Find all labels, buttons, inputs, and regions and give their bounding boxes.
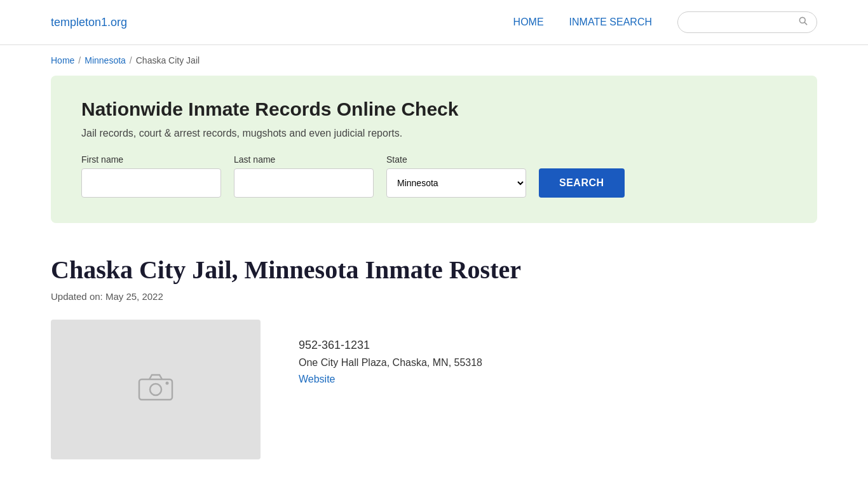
breadcrumb-sep-2: / — [130, 55, 132, 65]
facility-website-link[interactable]: Website — [299, 374, 482, 385]
nav-inmate-search[interactable]: INMATE SEARCH — [569, 17, 652, 28]
breadcrumb-sep-1: / — [78, 55, 81, 65]
svg-line-1 — [804, 22, 807, 25]
breadcrumb-minnesota[interactable]: Minnesota — [85, 55, 126, 65]
facility-image — [51, 320, 261, 459]
last-name-label: Last name — [234, 154, 374, 165]
header-search-input[interactable] — [687, 17, 798, 27]
site-header: templeton1.org HOME INMATE SEARCH — [0, 0, 868, 45]
main-content: Chaska City Jail, Minnesota Inmate Roste… — [0, 242, 868, 472]
first-name-field: First name — [81, 154, 221, 198]
breadcrumb: Home / Minnesota / Chaska City Jail — [0, 45, 868, 76]
last-name-field: Last name — [234, 154, 374, 198]
banner-title: Nationwide Inmate Records Online Check — [81, 98, 787, 120]
facility-phone: 952-361-1231 — [299, 339, 482, 352]
state-field: State Minnesota — [386, 154, 526, 198]
main-nav: HOME INMATE SEARCH — [513, 17, 652, 28]
state-label: State — [386, 154, 526, 165]
state-select[interactable]: Minnesota — [386, 168, 526, 198]
first-name-label: First name — [81, 154, 221, 165]
facility-details: 952-361-1231 One City Hall Plaza, Chaska… — [299, 320, 482, 385]
updated-date: Updated on: May 25, 2022 — [51, 291, 817, 302]
first-name-input[interactable] — [81, 168, 221, 198]
facility-info-section: 952-361-1231 One City Hall Plaza, Chaska… — [51, 320, 817, 459]
nav-home[interactable]: HOME — [513, 17, 544, 28]
search-button[interactable]: SEARCH — [539, 168, 625, 198]
svg-point-4 — [166, 381, 169, 384]
facility-address: One City Hall Plaza, Chaska, MN, 55318 — [299, 357, 482, 369]
header-search-box — [677, 11, 817, 33]
last-name-input[interactable] — [234, 168, 374, 198]
inmate-search-form: First name Last name State Minnesota SEA… — [81, 154, 787, 198]
search-icon — [798, 16, 808, 29]
breadcrumb-home[interactable]: Home — [51, 55, 74, 65]
breadcrumb-current: Chaska City Jail — [136, 55, 200, 65]
search-banner: Nationwide Inmate Records Online Check J… — [51, 76, 817, 223]
camera-icon — [137, 370, 175, 409]
site-logo[interactable]: templeton1.org — [51, 16, 127, 29]
page-title: Chaska City Jail, Minnesota Inmate Roste… — [51, 255, 817, 285]
svg-point-3 — [150, 384, 161, 395]
banner-subtitle: Jail records, court & arrest records, mu… — [81, 128, 787, 139]
